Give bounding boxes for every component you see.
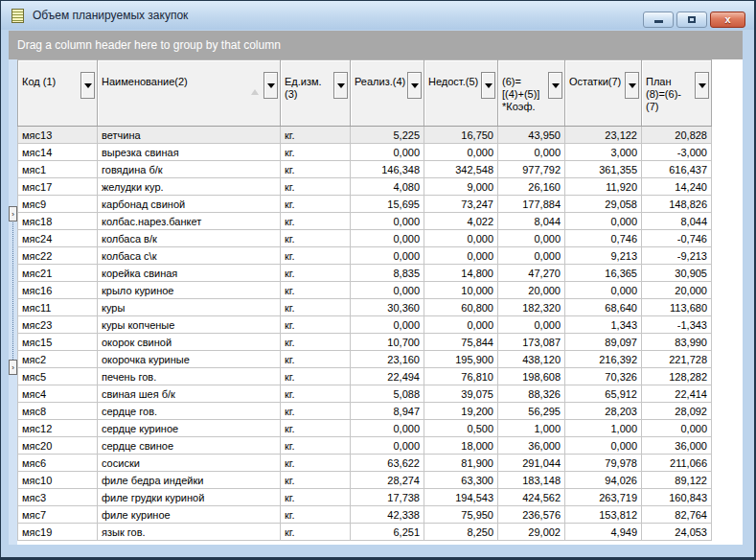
cell-realiz[interactable]: 30,360 [351, 299, 424, 316]
cell-ostatki[interactable]: 153,812 [565, 506, 642, 524]
cell-plan[interactable]: 20,828 [642, 127, 712, 144]
cell-name[interactable]: сосиски [98, 455, 281, 472]
cell-unit[interactable]: кг. [281, 144, 351, 161]
cell-ostatki[interactable]: 68,640 [565, 299, 642, 316]
cell-realiz[interactable]: 23,160 [351, 351, 424, 368]
cell-unit[interactable]: кг. [281, 437, 351, 455]
table-row[interactable]: мяс15 окорок свиной кг. 10,700 75,844 17… [18, 334, 712, 351]
cell-realiz[interactable]: 28,274 [351, 472, 424, 489]
cell-plan[interactable]: 82,764 [642, 506, 712, 524]
cell-realiz[interactable]: 0,000 [351, 144, 424, 161]
table-row[interactable]: мяс22 колбаса с\к кг. 0,000 0,000 0,000 … [18, 247, 712, 265]
cell-name[interactable]: сердце куриное [98, 420, 281, 437]
cell-plan[interactable]: 221,728 [642, 351, 712, 368]
cell-calc6[interactable]: 977,792 [498, 161, 565, 178]
column-header-name[interactable]: Наименование(2) [98, 60, 281, 127]
cell-ostatki[interactable]: 11,920 [565, 178, 642, 196]
cell-ostatki[interactable]: 79,978 [565, 455, 642, 472]
cell-unit[interactable]: кг. [281, 265, 351, 282]
cell-realiz[interactable]: 0,000 [351, 437, 424, 455]
table-row[interactable]: мяс24 колбаса в/к кг. 0,000 0,000 0,000 … [18, 230, 712, 247]
cell-realiz[interactable]: 63,622 [351, 455, 424, 472]
cell-nedost[interactable]: 0,000 [424, 144, 498, 161]
cell-nedost[interactable]: 73,247 [424, 196, 498, 213]
cell-calc6[interactable]: 177,884 [498, 196, 565, 213]
cell-calc6[interactable]: 29,002 [498, 524, 565, 541]
cell-unit[interactable]: кг. [281, 247, 351, 265]
cell-plan[interactable]: -3,000 [642, 144, 712, 161]
cell-unit[interactable]: кг. [281, 334, 351, 351]
cell-ostatki[interactable]: 0,000 [565, 282, 642, 299]
cell-calc6[interactable]: 47,270 [498, 265, 565, 282]
cell-unit[interactable]: кг. [281, 489, 351, 506]
cell-calc6[interactable]: 173,087 [498, 334, 565, 351]
cell-nedost[interactable]: 0,000 [424, 316, 498, 334]
cell-plan[interactable]: 8,044 [642, 213, 712, 230]
filter-dropdown-icon[interactable] [80, 72, 95, 99]
cell-ostatki[interactable]: 16,365 [565, 265, 642, 282]
cell-plan[interactable]: 89,122 [642, 472, 712, 489]
close-button[interactable]: x [710, 12, 745, 28]
cell-realiz[interactable]: 0,000 [351, 316, 424, 334]
column-header-plan[interactable]: План (8)=(6)-(7) [642, 60, 712, 127]
cell-unit[interactable]: кг. [281, 455, 351, 472]
cell-ostatki[interactable]: 216,392 [565, 351, 642, 368]
group-by-panel[interactable]: Drag a column header here to group by th… [9, 31, 743, 59]
cell-name[interactable]: говядина б/к [98, 161, 281, 178]
table-row[interactable]: мяс17 желудки кур. кг. 4,080 9,000 26,16… [18, 178, 712, 196]
table-row[interactable]: мяс20 сердце свиное кг. 0,000 18,000 36,… [18, 437, 712, 455]
cell-realiz[interactable]: 4,080 [351, 178, 424, 196]
cell-nedost[interactable]: 16,750 [424, 127, 498, 144]
cell-code[interactable]: мяс20 [18, 437, 98, 455]
cell-calc6[interactable]: 0,000 [498, 230, 565, 247]
table-row[interactable]: мяс7 филе куриное кг. 42,338 75,950 236,… [18, 506, 712, 524]
table-row[interactable]: мяс2 окорочка куриные кг. 23,160 195,900… [18, 351, 712, 368]
cell-code[interactable]: мяс13 [18, 127, 98, 144]
column-header-ostatki[interactable]: Остатки(7) [565, 60, 642, 127]
cell-nedost[interactable]: 195,900 [424, 351, 498, 368]
cell-realiz[interactable]: 5,088 [351, 385, 424, 403]
cell-nedost[interactable]: 75,844 [424, 334, 498, 351]
cell-plan[interactable]: -1,343 [642, 316, 712, 334]
cell-realiz[interactable]: 10,700 [351, 334, 424, 351]
cell-nedost[interactable]: 8,250 [424, 524, 498, 541]
cell-plan[interactable]: 30,905 [642, 265, 712, 282]
restore-button[interactable] [676, 12, 707, 28]
cell-unit[interactable]: кг. [281, 316, 351, 334]
cell-code[interactable]: мяс9 [18, 196, 98, 213]
cell-calc6[interactable]: 0,000 [498, 247, 565, 265]
cell-realiz[interactable]: 0,000 [351, 282, 424, 299]
cell-code[interactable]: мяс16 [18, 282, 98, 299]
filter-dropdown-icon[interactable] [263, 72, 278, 99]
table-row[interactable]: мяс9 карбонад свиной кг. 15,695 73,247 1… [18, 196, 712, 213]
cell-unit[interactable]: кг. [281, 506, 351, 524]
cell-calc6[interactable]: 291,044 [498, 455, 565, 472]
cell-ostatki[interactable]: 0,746 [565, 230, 642, 247]
cell-name[interactable]: желудки кур. [98, 178, 281, 196]
table-row[interactable]: мяс14 вырезка свиная кг. 0,000 0,000 0,0… [18, 144, 712, 161]
filter-dropdown-icon[interactable] [625, 72, 639, 99]
cell-calc6[interactable]: 36,000 [498, 437, 565, 455]
cell-calc6[interactable]: 56,295 [498, 403, 565, 420]
cell-name[interactable]: куры копченые [98, 316, 281, 334]
cell-code[interactable]: мяс24 [18, 230, 98, 247]
cell-calc6[interactable]: 183,148 [498, 472, 565, 489]
cell-realiz[interactable]: 5,225 [351, 127, 424, 144]
cell-code[interactable]: мяс22 [18, 247, 98, 265]
cell-realiz[interactable]: 15,695 [351, 196, 424, 213]
filter-dropdown-icon[interactable] [548, 72, 562, 99]
cell-calc6[interactable]: 26,160 [498, 178, 565, 196]
cell-ostatki[interactable]: 3,000 [565, 144, 642, 161]
cell-code[interactable]: мяс18 [18, 213, 98, 230]
table-row[interactable]: мяс12 сердце куриное кг. 0,000 0,500 1,0… [18, 420, 712, 437]
cell-nedost[interactable]: 76,810 [424, 368, 498, 385]
table-row[interactable]: мяс23 куры копченые кг. 0,000 0,000 0,00… [18, 316, 712, 334]
cell-nedost[interactable]: 39,075 [424, 385, 498, 403]
cell-calc6[interactable]: 236,576 [498, 506, 565, 524]
cell-code[interactable]: мяс3 [18, 489, 98, 506]
cell-calc6[interactable]: 20,000 [498, 282, 565, 299]
cell-name[interactable]: крыло куриное [98, 282, 281, 299]
column-header-nedost[interactable]: Недост.(5) [424, 60, 498, 127]
table-row[interactable]: мяс13 ветчина кг. 5,225 16,750 43,950 23… [18, 127, 712, 144]
cell-nedost[interactable]: 0,000 [424, 230, 498, 247]
